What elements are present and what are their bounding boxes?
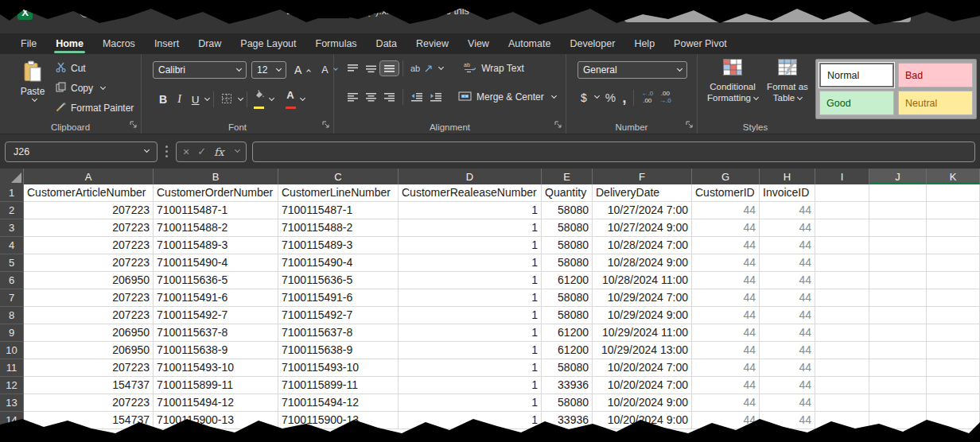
cell-K2[interactable] <box>927 202 980 219</box>
cell-I13[interactable] <box>815 394 869 412</box>
alignment-dialog-launcher-icon[interactable] <box>554 120 562 131</box>
cell-G10[interactable]: 44 <box>692 342 760 359</box>
cell-I6[interactable] <box>815 272 869 289</box>
column-header-E[interactable]: E <box>542 169 593 184</box>
cell-G13[interactable]: 44 <box>692 394 760 412</box>
cell-I7[interactable] <box>815 289 869 307</box>
cell-F4[interactable]: 10/28/2024 7:00 <box>593 237 692 254</box>
decrease-decimal-button[interactable]: .00 →.0 <box>656 90 675 106</box>
cell-I9[interactable] <box>815 324 869 342</box>
row-header-10[interactable]: 10 <box>0 342 24 359</box>
cell-D8[interactable]: 1 <box>399 307 542 324</box>
number-dialog-launcher-icon[interactable] <box>686 120 694 131</box>
cell-J7[interactable] <box>869 289 927 307</box>
select-all-button[interactable] <box>0 169 24 184</box>
style-cell-normal[interactable]: Normal <box>819 63 894 87</box>
column-header-G[interactable]: G <box>692 169 760 184</box>
font-color-chevron-icon[interactable] <box>300 95 305 100</box>
insert-function-button[interactable]: fx <box>214 145 224 158</box>
cell-G4[interactable]: 44 <box>692 237 760 254</box>
merge-center-button[interactable]: Merge & Center <box>455 90 559 105</box>
row-header-6[interactable]: 6 <box>0 272 24 289</box>
cell-B3[interactable]: 7100115488-2 <box>154 219 278 237</box>
align-bottom-button[interactable] <box>380 61 399 76</box>
comma-style-button[interactable]: , <box>619 92 629 103</box>
font-dialog-launcher-icon[interactable] <box>322 120 330 131</box>
cell-D4[interactable]: 1 <box>399 237 542 254</box>
cell-I4[interactable] <box>815 237 869 254</box>
cell-J5[interactable] <box>869 254 927 272</box>
cell-E7[interactable]: 58080 <box>542 289 593 307</box>
cell-K9[interactable] <box>927 324 980 342</box>
align-middle-button[interactable] <box>362 61 380 76</box>
cell-F8[interactable]: 10/29/2024 9:00 <box>593 307 692 324</box>
column-header-I[interactable]: I <box>815 169 869 184</box>
cell-E10[interactable]: 61200 <box>542 342 593 359</box>
accounting-format-button[interactable]: $ <box>578 90 602 106</box>
cell-G5[interactable]: 44 <box>692 254 760 272</box>
cell-I3[interactable] <box>815 219 869 237</box>
borders-button[interactable] <box>218 91 235 108</box>
cell-B6[interactable]: 7100115636-5 <box>154 272 278 289</box>
cell-F3[interactable]: 10/27/2024 9:00 <box>593 219 692 237</box>
cell-E13[interactable]: 58080 <box>542 394 593 412</box>
conditional-formatting-button[interactable]: Conditional Formatting <box>706 59 760 104</box>
cell-J1[interactable] <box>869 184 927 202</box>
column-header-J[interactable]: J <box>869 169 927 184</box>
cell-A1[interactable]: CustomerArticleNumber <box>24 184 154 202</box>
column-header-D[interactable]: D <box>399 169 542 184</box>
cell-B9[interactable]: 7100115637-8 <box>154 324 278 342</box>
tab-file[interactable]: File <box>11 33 46 54</box>
cell-C5[interactable]: 7100115490-4 <box>278 254 399 272</box>
cell-K7[interactable] <box>927 289 980 307</box>
italic-button[interactable]: I <box>172 93 187 106</box>
cell-C11[interactable]: 7100115493-10 <box>278 359 399 377</box>
cell-G6[interactable]: 44 <box>692 272 760 289</box>
font-name-select[interactable]: Calibri <box>153 61 247 79</box>
cell-J10[interactable] <box>869 342 927 359</box>
cell-E1[interactable]: Quantity <box>542 184 593 202</box>
tab-help[interactable]: Help <box>624 33 664 54</box>
style-cell-good[interactable]: Good <box>819 91 894 115</box>
format-as-table-button[interactable]: Format as Table <box>764 59 811 104</box>
cell-E3[interactable]: 58080 <box>542 219 593 237</box>
borders-chevron-icon[interactable] <box>238 95 243 100</box>
cell-D7[interactable]: 1 <box>399 289 542 307</box>
tab-formulas[interactable]: Formulas <box>306 33 367 54</box>
cell-B2[interactable]: 7100115487-1 <box>154 202 278 219</box>
wrap-text-button[interactable]: ab Wrap Text <box>461 60 527 76</box>
tab-automate[interactable]: Automate <box>499 33 561 54</box>
cell-A6[interactable]: 206950 <box>24 272 154 289</box>
cell-I11[interactable] <box>815 359 869 377</box>
cell-H13[interactable]: 44 <box>760 394 815 412</box>
cell-J6[interactable] <box>869 272 927 289</box>
cell-K13[interactable] <box>927 394 980 412</box>
tab-developer[interactable]: Developer <box>560 33 624 54</box>
cell-G8[interactable]: 44 <box>692 307 760 324</box>
font-size-select[interactable]: 12 <box>251 61 286 79</box>
cell-J8[interactable] <box>869 307 927 324</box>
cell-B13[interactable]: 7100115494-12 <box>154 394 278 412</box>
orientation-button[interactable]: ab <box>407 62 436 75</box>
cell-B8[interactable]: 7100115492-7 <box>154 307 278 324</box>
cell-A3[interactable]: 207223 <box>24 219 154 237</box>
cell-K12[interactable] <box>927 377 980 394</box>
underline-button[interactable]: U <box>187 94 202 106</box>
cell-F10[interactable]: 10/29/2024 13:00 <box>593 342 692 359</box>
cell-J3[interactable] <box>869 219 927 237</box>
row-header-9[interactable]: 9 <box>0 324 24 342</box>
column-header-F[interactable]: F <box>593 169 692 184</box>
row-header-4[interactable]: 4 <box>0 237 24 254</box>
column-header-C[interactable]: C <box>278 169 399 184</box>
cell-A9[interactable]: 206950 <box>24 324 154 342</box>
style-cell-neutral[interactable]: Neutral <box>898 91 973 115</box>
paste-button[interactable]: Paste <box>14 60 51 103</box>
grow-font-button[interactable]: A <box>291 62 313 78</box>
cell-J4[interactable] <box>869 237 927 254</box>
cell-K3[interactable] <box>927 219 980 237</box>
cell-D6[interactable]: 1 <box>399 272 542 289</box>
cell-F11[interactable]: 10/20/2024 7:00 <box>593 359 692 377</box>
cell-A5[interactable]: 207223 <box>24 254 154 272</box>
column-header-K[interactable]: K <box>927 169 980 184</box>
enter-button[interactable]: ✓ <box>197 145 206 157</box>
